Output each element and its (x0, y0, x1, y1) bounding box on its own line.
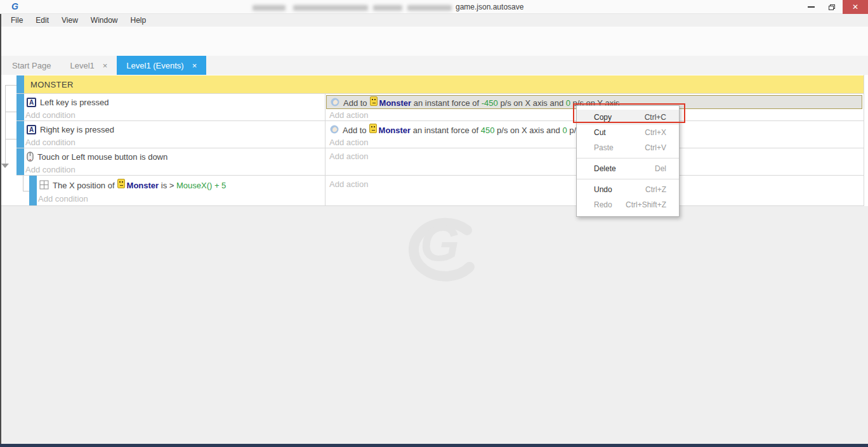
event-color-bar[interactable] (16, 121, 24, 148)
condition-row[interactable]: The X position ofMonster is > MouseX() +… (39, 178, 226, 191)
svg-text:G: G (420, 215, 459, 271)
condition-text: Touch or Left mouse button is down (37, 152, 168, 162)
title-bar: G game.json.autosave ✕ (0, 0, 868, 14)
tab-label: Start Page (12, 61, 51, 70)
column-divider (325, 93, 326, 205)
menu-window[interactable]: Window (84, 14, 124, 27)
add-action-link[interactable]: Add action (329, 152, 368, 161)
condition-text: is > (159, 181, 176, 190)
force-icon (331, 98, 339, 107)
menu-item-shortcut: Ctrl+Shift+Z (626, 200, 666, 209)
gdevelop-watermark-icon: G (395, 211, 480, 286)
keyboard-key-icon: A (27, 125, 36, 134)
tab-close-icon[interactable]: × (103, 61, 108, 70)
menu-view[interactable]: View (55, 14, 84, 27)
add-condition-link[interactable]: Add condition (25, 138, 76, 147)
tab-close-icon[interactable]: × (192, 61, 197, 70)
group-title: MONSTER (30, 80, 74, 89)
action-value: -450 (482, 98, 498, 108)
tab-label: Level1 (70, 61, 94, 70)
position-icon (39, 180, 49, 190)
add-condition-link[interactable]: Add condition (25, 165, 76, 174)
events-sheet: MONSTER A Left key is pressed Add condit… (0, 75, 868, 206)
menu-item-shortcut: Ctrl+Z (645, 185, 666, 194)
object-name: Monster (379, 98, 412, 108)
gdevelop-logo-icon: G (11, 1, 18, 11)
menu-item-label: Undo (594, 185, 612, 194)
redacted-title-text (293, 5, 368, 11)
context-menu-paste[interactable]: Paste Ctrl+V (577, 140, 679, 155)
restore-button[interactable] (821, 0, 843, 14)
context-menu-redo[interactable]: Redo Ctrl+Shift+Z (577, 197, 679, 212)
row-divider (16, 148, 864, 148)
event-color-bar[interactable] (16, 94, 24, 120)
add-action-link[interactable]: Add action (329, 110, 368, 120)
add-action-link[interactable]: Add action (329, 138, 368, 147)
tab-bar: Start Page Level1 × Level1 (Events) × (0, 56, 868, 75)
menu-file[interactable]: File (4, 14, 29, 27)
window-title: game.json.autosave (456, 3, 523, 11)
redacted-title-text (407, 5, 452, 11)
menu-item-label: Redo (594, 200, 612, 209)
minimize-icon (808, 6, 815, 8)
event-color-bar[interactable] (29, 176, 37, 205)
action-text: Add to (343, 98, 367, 108)
annotation-highlight (573, 103, 685, 123)
menu-item-label: Delete (594, 164, 616, 173)
action-row[interactable]: Add toMonster an instant force of 450 p/… (330, 122, 616, 136)
add-action-link[interactable]: Add action (329, 179, 368, 189)
menu-edit[interactable]: Edit (29, 14, 55, 27)
event-group-comment[interactable]: MONSTER (24, 75, 864, 93)
monster-object-icon (369, 124, 377, 133)
action-value: 450 (481, 126, 495, 135)
menu-help[interactable]: Help (124, 14, 153, 27)
window-left-edge (0, 14, 1, 447)
action-text: p/s on X axis and (498, 98, 566, 108)
row-divider (16, 120, 864, 121)
tree-expand-arrow-icon[interactable] (1, 164, 9, 168)
keyboard-key-icon: A (27, 98, 36, 107)
force-icon (330, 125, 339, 134)
object-name: Monster (127, 181, 159, 190)
action-text: an instant force of (411, 126, 481, 135)
condition-row[interactable]: A Right key is pressed (27, 122, 114, 136)
object-name: Monster (379, 126, 411, 135)
event-color-bar[interactable] (16, 75, 24, 93)
minimize-button[interactable] (801, 0, 821, 14)
condition-expression: MouseX() + 5 (176, 181, 226, 190)
tab-level1[interactable]: Level1 × (60, 56, 117, 75)
menu-separator (577, 179, 679, 179)
menu-bar: File Edit View Window Help (0, 14, 868, 27)
menu-item-label: Cut (594, 128, 606, 137)
action-text: Add to (343, 126, 367, 135)
tree-line (5, 85, 16, 86)
app-window: G game.json.autosave ✕ File Edit View Wi… (0, 0, 868, 447)
add-condition-link[interactable]: Add condition (38, 194, 88, 204)
tab-start-page[interactable]: Start Page (3, 56, 60, 75)
condition-row[interactable]: Touch or Left mouse button is down (27, 150, 168, 164)
event-color-bar[interactable] (16, 148, 24, 175)
action-text: p/s on X axis and (494, 126, 562, 135)
mouse-icon (27, 152, 34, 162)
context-menu-undo[interactable]: Undo Ctrl+Z (577, 182, 679, 197)
editor-background: G (0, 206, 868, 444)
toolbar (0, 27, 868, 56)
tree-line (5, 112, 16, 112)
tab-label: Level1 (Events) (126, 61, 183, 70)
tab-level1-events[interactable]: Level1 (Events) × (117, 56, 206, 75)
redacted-title-text (253, 5, 286, 11)
context-menu-cut[interactable]: Cut Ctrl+X (577, 125, 679, 140)
menu-item-label: Paste (594, 143, 614, 152)
menu-item-shortcut: Del (655, 164, 666, 173)
add-condition-link[interactable]: Add condition (25, 110, 76, 120)
restore-icon (829, 4, 835, 10)
context-menu-delete[interactable]: Delete Del (577, 161, 679, 176)
panel-right-border (864, 75, 864, 206)
window-bottom-edge (0, 444, 868, 447)
tree-line (23, 176, 23, 191)
row-divider (16, 93, 864, 94)
row-divider (16, 175, 864, 176)
condition-row[interactable]: A Left key is pressed (27, 95, 109, 109)
close-button[interactable]: ✕ (843, 0, 868, 14)
tree-line (23, 191, 29, 191)
